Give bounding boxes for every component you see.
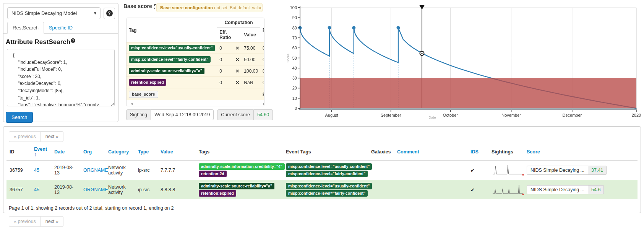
x-tick-label: 2020 [632,113,641,117]
scroll-left-icon[interactable]: ◄ [130,102,133,106]
col-header-score[interactable]: Score [524,144,638,161]
cursor-handle-icon [419,5,425,10]
pagination-bottom: « previous next » [9,216,63,227]
y-axis-label: Score [286,54,290,63]
attribute-results-table: ID Event ↑ Date Org Category Type Value … [6,144,638,199]
current-score-label: Current score [217,109,254,120]
sighting-point [352,26,355,29]
search-tabs: RestSearch Specific ID [3,21,118,34]
tag-badge[interactable]: misp:confidence-level="fairly-confident" [129,56,211,63]
tag-badge[interactable]: admiralty-scale:information-credibility=… [199,163,285,170]
y-tick-label: 90 [292,15,297,20]
sighting-label: Sighting [126,109,151,120]
event-tag-badge[interactable]: misp:confidence-level="usually-confident… [286,183,372,189]
tag-badge[interactable]: admiralty-scale:source-reliability="a" [129,68,204,74]
sighting-end-dot [522,194,524,195]
y-tick-label: 80 [292,26,297,30]
tag-badge[interactable]: retention:expired [129,79,166,86]
previous-page-button[interactable]: « previous [9,216,41,227]
base-score-section: Base score Base score configuration not … [123,3,266,122]
horizontal-scrollbar[interactable]: ◄ ► [129,101,264,106]
x-tick-label: September [381,113,401,117]
sighting-point [396,26,400,29]
result-value: 0 [260,54,264,65]
attribute-date: 2019-08-13 [51,161,80,180]
attribute-value: 8.8.8.8 [157,180,196,200]
sighting-end-dot [522,174,524,176]
score-model-name: NIDS Simple Decaying ... [527,166,588,175]
restsearch-query-input[interactable]: { "includeDecayScore": 1, "includeFullMo… [7,49,115,106]
col-header-type[interactable]: Type [135,144,157,161]
decaying-model-selected-value: NIDS Simple Decaying Model [11,10,77,16]
help-button[interactable]: ? [104,8,115,19]
org-link[interactable]: ORGNAME [83,187,108,192]
ids-check-icon: ✔ [470,187,475,193]
result-value: 0 [260,77,264,88]
tag-badge[interactable]: admiralty-scale:source-reliability="a" [199,183,274,189]
score-value: 54.6 [588,185,604,194]
event-tag-badge[interactable]: misp:confidence-level="fairly-confident" [286,190,368,197]
score-model-name: NIDS Simple Decaying ... [527,185,588,194]
sightings-sparkline [492,183,526,196]
col-header-category[interactable]: Category [105,144,135,161]
tab-restsearch[interactable]: RestSearch [7,22,44,34]
col-header-comment[interactable]: Comment [394,144,467,161]
event-tag-badge[interactable]: misp:confidence-level="usually-confident… [286,163,372,170]
attribute-row: 36757 45 2019-08-13 ORGNAME Network acti… [6,180,638,200]
eff-ratio-value: 0 [217,42,233,54]
col-header-galaxies: Galaxies [368,144,394,161]
col-header-id: ID [6,144,31,161]
y-tick-label: 70 [292,36,297,40]
next-page-button[interactable]: next » [41,216,63,227]
decaying-model-select[interactable]: NIDS Simple Decaying Model ▼ [7,7,101,19]
org-link[interactable]: ORGNAME [83,168,108,173]
attribute-category: Network activity [105,180,135,200]
base-score-row: retention:expired 0 ✕ NaN 0 [127,77,264,88]
attribute-results-panel: « previous next » ID Event ↑ Date Org Ca… [3,126,641,213]
scroll-right-icon[interactable]: ► [263,102,264,106]
score-group[interactable]: NIDS Simple Decaying ... 54.6 [527,185,604,194]
col-header-value[interactable]: Value [157,144,196,161]
col-header-eff-ratio: Eff. Ratio [217,28,233,42]
decay-threshold-zone [300,78,636,108]
results-summary: Page 1 of 1, showing 2 records out of 2 … [9,205,638,211]
col-header-org[interactable]: Org [80,144,105,161]
decay-chart[interactable]: 0102030405060708090100AugustSeptemberOct… [268,0,644,123]
y-tick-label: 30 [292,76,297,80]
col-header-event[interactable]: Event ↑ [31,144,51,161]
previous-page-button[interactable]: « previous [9,131,41,142]
col-header-computation: Computation [217,18,260,28]
col-header-tag: Tag [127,18,217,42]
base-score-alert: Base score configuration not set. But de… [156,3,263,12]
score-value: 37.41 [588,166,607,175]
event-tag-badge[interactable]: misp:confidence-level="fairly-confident" [286,171,368,177]
event-link[interactable]: 45 [34,168,39,173]
galaxies-cell [368,180,394,200]
x-tick-label: November [501,113,521,117]
next-page-button[interactable]: next » [41,131,63,142]
multiply-icon: ✕ [233,65,242,77]
col-header-ids[interactable]: IDS [467,144,488,161]
chevron-down-icon: ▼ [93,11,97,15]
decay-chart-container: 0102030405060708090100AugustSeptemberOct… [268,0,644,123]
tag-badge[interactable]: retention:expired [199,190,236,197]
pagination-top: « previous next » [9,131,63,142]
attribute-id: 36757 [6,180,31,200]
computation-value: 50.00 [242,54,260,65]
tab-specific-id[interactable]: Specific ID [44,22,78,33]
tag-badge[interactable]: misp:confidence-level="usually-confident… [129,45,215,51]
base-score-total: 80.00 [260,88,264,101]
score-group[interactable]: NIDS Simple Decaying ... 37.41 [527,166,607,175]
base-score-badge: base_score [129,91,158,98]
attribute-type: ip-src [135,180,157,200]
tag-badge[interactable]: retention:2d [199,171,227,177]
eff-ratio-value: 0 [217,65,233,77]
attribute-category: Network activity [105,161,135,180]
search-button[interactable]: Search [6,112,33,123]
base-score-row: misp:confidence-level="usually-confident… [127,42,264,54]
computation-value: 75.00 [242,42,260,54]
ids-check-icon: ✔ [470,168,475,173]
col-header-event-tags: Event Tags [283,144,368,161]
event-link[interactable]: 45 [34,187,39,192]
col-header-date[interactable]: Date [51,144,80,161]
